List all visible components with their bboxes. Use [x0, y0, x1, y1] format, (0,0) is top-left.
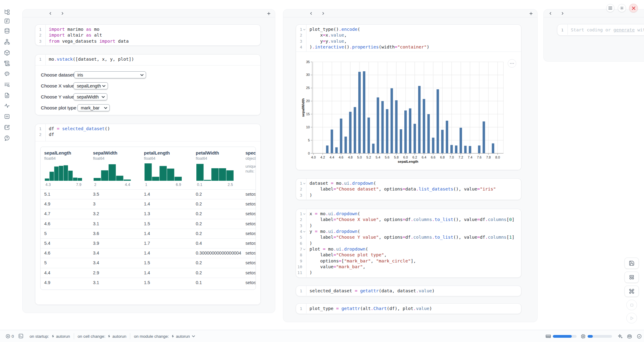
table-row[interactable]: 4.42.91.40.2setosa: [41, 268, 256, 278]
layout-button[interactable]: [624, 272, 639, 283]
dropdown-select-choose-plot-type[interactable]: mark_bar: [77, 104, 110, 111]
code-cell-dataframe[interactable]: 1df = selected_dataset()2df sepalLengthf…: [35, 124, 261, 305]
altair-bar-chart[interactable]: 4.04.24.44.64.85.05.25.45.65.86.06.26.46…: [296, 52, 521, 170]
code-editor[interactable]: 1mo.vstack([dataset, x, y, plot]): [35, 55, 260, 65]
table-row[interactable]: 4.73.21.30.2setosa: [41, 209, 256, 219]
text-search-icon[interactable]: [4, 82, 10, 88]
documentation-icon[interactable]: [4, 92, 10, 98]
column-collapse-right-icon[interactable]: [321, 11, 325, 16]
logs-icon[interactable]: [4, 60, 10, 66]
table-cell: 5: [44, 231, 47, 236]
terminal-icon[interactable]: [18, 333, 23, 340]
connection-status-icon[interactable]: [637, 334, 642, 339]
snippets-icon[interactable]: [4, 113, 10, 119]
line-number: 3: [35, 38, 41, 44]
errors-icon[interactable]: [5, 334, 10, 340]
tracing-icon[interactable]: [4, 103, 10, 109]
run-button[interactable]: [626, 313, 637, 323]
code-editor[interactable]: 1 Start coding or generate with: [557, 24, 644, 35]
svg-text:15: 15: [306, 112, 310, 116]
code-line: y=y.value,: [306, 38, 347, 44]
code-editor[interactable]: 1import marimo as mo2import altair as al…: [35, 25, 260, 46]
table-row[interactable]: 4.931.40.2setosa: [41, 199, 256, 209]
column-header[interactable]: petalWidth: [196, 150, 242, 155]
command-palette-button[interactable]: [624, 286, 639, 297]
column-histogram[interactable]: [45, 163, 82, 182]
code-editor[interactable]: 1x = mo.ui.dropdown(2 label="Choose X va…: [296, 209, 521, 278]
generate-link[interactable]: generate: [614, 27, 635, 32]
table-row[interactable]: 5.13.51.40.2setosa: [41, 189, 256, 199]
column-histogram[interactable]: [196, 163, 234, 182]
close-button[interactable]: [629, 4, 638, 12]
code-placeholder[interactable]: Start coding or generate with: [567, 27, 644, 33]
column-collapse-left-icon[interactable]: [309, 11, 313, 16]
menu-button[interactable]: [606, 4, 614, 12]
column-collapse-right-icon[interactable]: [560, 11, 565, 16]
code-line: dataset = mo.ui.dropdown(: [306, 180, 376, 186]
fold-icon[interactable]: [302, 229, 306, 234]
column-histogram[interactable]: [145, 163, 182, 182]
ai-sparkle-icon[interactable]: [617, 333, 623, 339]
code-line: value="mark_bar",: [306, 264, 365, 270]
database-icon[interactable]: [4, 28, 10, 34]
copilot-icon[interactable]: [627, 333, 632, 339]
column-collapse-right-icon[interactable]: [60, 11, 65, 16]
table-cell: 3.6: [93, 231, 99, 236]
ai-chat-icon[interactable]: [4, 71, 10, 77]
fold-icon[interactable]: [302, 211, 306, 217]
settings-button[interactable]: [618, 4, 626, 12]
help-icon[interactable]: [4, 135, 10, 141]
table-cell: setosa: [245, 260, 256, 265]
code-cell-empty[interactable]: 1 Start coding or generate with: [557, 24, 644, 36]
dropdown-select-choose-y-value[interactable]: sepalWidth: [73, 93, 107, 100]
dependency-graph-icon[interactable]: [4, 39, 10, 45]
save-button[interactable]: [624, 258, 639, 269]
scratchpad-icon[interactable]: [4, 124, 10, 130]
file-tree-icon[interactable]: [4, 9, 10, 15]
table-cell: 3.4: [93, 260, 99, 265]
functions-icon[interactable]: [4, 18, 10, 24]
stop-button[interactable]: [626, 300, 637, 310]
column-collapse-left-icon[interactable]: [548, 11, 553, 16]
dropdown-select-choose-dataset[interactable]: iris: [74, 71, 146, 78]
runtime-config[interactable]: on startup: autorun on cell change: auto…: [30, 330, 195, 342]
column-header[interactable]: species: [245, 150, 256, 155]
dataframe-table[interactable]: sepalLengthfloat644.37.9sepalWidthfloat6…: [40, 147, 256, 290]
table-row[interactable]: 4.63.11.50.2setosa: [41, 219, 256, 229]
svg-text:4.0: 4.0: [311, 155, 316, 159]
code-editor[interactable]: 1plot_type = getattr(alt.Chart(df), plot…: [296, 304, 521, 313]
code-editor[interactable]: 1dataset = mo.ui.dropdown(2 label="Choos…: [296, 179, 521, 200]
fold-icon[interactable]: [302, 246, 306, 252]
table-row[interactable]: 4.63.41.40.30000000000000004setosa: [41, 248, 256, 258]
code-cell-xy-dropdowns[interactable]: 1x = mo.ui.dropdown(2 label="Choose X va…: [296, 209, 521, 278]
table-row[interactable]: 53.41.50.2setosa: [41, 258, 256, 268]
code-cell-plot-type[interactable]: 1plot_type = getattr(alt.Chart(df), plot…: [296, 303, 521, 314]
on-cell-change-value: autorun: [112, 334, 126, 339]
fold-icon[interactable]: [302, 180, 306, 186]
column-header[interactable]: sepalLength: [44, 150, 90, 155]
ram-usage-bar: [553, 335, 577, 338]
table-row[interactable]: 53.61.40.2setosa: [41, 229, 256, 238]
code-cell-plot[interactable]: 1plot_type().encode(2 x=x.value,3 y=y.va…: [296, 24, 521, 170]
code-cell-dataset-dropdown[interactable]: 1dataset = mo.ui.dropdown(2 label="Choos…: [296, 178, 521, 200]
column-header[interactable]: sepalWidth: [93, 150, 139, 155]
code-editor[interactable]: 1selected_dataset = getattr(data, datase…: [296, 286, 521, 296]
add-cell-button[interactable]: [529, 11, 533, 16]
code-editor[interactable]: 1plot_type().encode(2 x=x.value,3 y=y.va…: [296, 25, 521, 52]
packages-icon[interactable]: [4, 50, 10, 56]
code-cell-imports[interactable]: 1import marimo as mo2import altair as al…: [35, 24, 261, 46]
code-cell-vstack[interactable]: 1mo.vstack([dataset, x, y, plot]) Choose…: [35, 54, 261, 115]
code-cell-selected-dataset[interactable]: 1selected_dataset = getattr(data, datase…: [296, 286, 521, 296]
column-header[interactable]: petalLength: [144, 150, 190, 155]
chart-menu-button[interactable]: [508, 59, 516, 68]
dropdown-select-choose-x-value[interactable]: sepalLength: [73, 82, 108, 89]
svg-text:25: 25: [306, 86, 310, 90]
fold-icon[interactable]: [302, 27, 306, 32]
svg-text:7.4: 7.4: [468, 155, 472, 159]
add-cell-button[interactable]: [267, 11, 271, 16]
column-collapse-left-icon[interactable]: [48, 11, 52, 16]
column-histogram[interactable]: [94, 163, 131, 182]
table-row[interactable]: 4.93.11.50.1setosa: [41, 278, 256, 287]
code-editor[interactable]: 1df = selected_dataset()2df: [35, 124, 260, 141]
table-row[interactable]: 5.43.91.70.4setosa: [41, 238, 256, 248]
